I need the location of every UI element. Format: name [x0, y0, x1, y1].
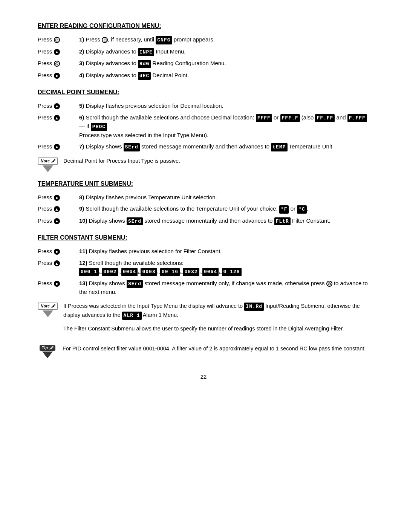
press-label-12: Press ▲	[38, 258, 79, 277]
step-1: 1) Press ⊙, if necessary, until CNFG pro…	[79, 35, 369, 45]
lcd-ffff2: FFF.F	[280, 114, 300, 122]
lcd-degf: °F	[279, 205, 289, 214]
press-label-5: Press ●	[38, 101, 79, 111]
tip-filter: Tip 🖊 For PID control select filter valu…	[38, 344, 369, 358]
lcd-dec: dEC	[138, 72, 151, 80]
note-text-decimal: Decimal Point for Process Input Type is …	[63, 157, 369, 165]
press-label-6: Press ▲	[38, 113, 79, 141]
note-text-filter-2: The Filter Constant Submenu allows the u…	[63, 324, 369, 333]
section-title-enter-reading: ENTER READING CONFIGURATION MENU:	[38, 23, 369, 29]
lcd-ffff: FFFF	[256, 114, 272, 122]
section-title-filter: FILTER CONSTANT SUBMENU:	[38, 234, 369, 241]
section-title-decimal-point: DECIMAL POINT SUBMENU:	[38, 89, 369, 96]
tip-triangle	[42, 352, 53, 358]
note-label-2: Note 🖊	[38, 303, 58, 310]
press-label-4: Press ●	[38, 70, 79, 81]
lcd-degc: °C	[297, 205, 307, 214]
lcd-serd-1: SErd	[124, 143, 140, 151]
lcd-filter-0002: 0002	[102, 268, 118, 276]
lcd-proc: PROC	[91, 123, 107, 131]
step-9: 9) Scroll though the available selection…	[79, 204, 369, 214]
step-8: 8) Display flashes previous Temperature …	[79, 193, 369, 203]
press-label-10: Press ●	[38, 216, 79, 226]
lcd-inrd: IN.Rd	[244, 303, 264, 311]
lcd-serd-2: SErd	[127, 217, 143, 226]
press-label-8: Press ●	[38, 193, 79, 203]
note-badge-1: Note 🖊	[38, 157, 58, 172]
tip-badge: Tip 🖊	[38, 345, 57, 358]
section-temperature-unit: TEMPERATURE UNIT SUBMENU: Press ● 8) Dis…	[38, 180, 369, 226]
step-5: 5) Display flashes previous selection fo…	[79, 101, 369, 111]
lcd-filter-0032: 0032	[183, 268, 199, 276]
lcd-cnfg: CNFG	[156, 36, 172, 44]
step-3: 3) Display advances to RdG Reading Confi…	[79, 58, 369, 69]
step-6: 6) Scroll though the available selection…	[79, 113, 369, 141]
step-4: 4) Display advances to dEC Decimal Point…	[79, 70, 369, 81]
press-label-11: Press ●	[38, 246, 79, 257]
press-grid-decimal: Press ● 5) Display flashes previous sele…	[38, 101, 369, 152]
note-badge-3: Note 🖊	[38, 325, 58, 340]
section-title-temperature: TEMPERATURE UNIT SUBMENU:	[38, 180, 369, 187]
lcd-filter-0008: 0008	[141, 268, 157, 276]
page-number: 22	[38, 373, 369, 380]
lcd-ffff4: F.FFF	[347, 114, 367, 122]
lcd-filter-0128: 0 128	[222, 268, 242, 276]
lcd-filter-0064: 0064	[202, 268, 219, 276]
lcd-filter-0016: 00 16	[160, 268, 180, 276]
section-enter-reading: ENTER READING CONFIGURATION MENU: Press …	[38, 23, 369, 81]
tip-label: Tip 🖊	[40, 345, 55, 351]
lcd-ffff3: FF.FF	[315, 114, 335, 122]
lcd-filter-0001: 000 1	[79, 268, 99, 276]
note-triangle-2	[43, 310, 53, 317]
lcd-rdg: RdG	[138, 60, 151, 68]
press-grid-temperature: Press ● 8) Display flashes previous Temp…	[38, 193, 369, 226]
step-12: 12) Scroll though the available selectio…	[79, 258, 369, 277]
step-11: 11) Display flashes previous selection f…	[79, 246, 369, 257]
press-grid-enter-reading: Press ⊙ 1) Press ⊙, if necessary, until …	[38, 35, 369, 81]
step-7: 7) Display shows SErd stored message mom…	[79, 142, 369, 152]
lcd-fltr: FLtR	[274, 217, 291, 226]
step-2: 2) Display advances to INPE Input Menu.	[79, 47, 369, 57]
press-grid-filter: Press ● 11) Display flashes previous sel…	[38, 246, 369, 297]
note-triangle-1	[43, 165, 53, 172]
lcd-inpe: INPE	[138, 48, 154, 57]
press-label-1: Press ⊙	[38, 35, 79, 45]
press-label-9: Press ▲	[38, 204, 79, 214]
note-filter-1: Note 🖊 If Process was selected in the In…	[38, 302, 369, 320]
note-badge-2: Note 🖊	[38, 303, 58, 317]
note-text-filter-1: If Process was selected in the Input Typ…	[63, 302, 369, 320]
press-label-2: Press ●	[38, 47, 79, 57]
lcd-temp: tEMP	[271, 143, 287, 151]
tip-text: For PID control select filter value 0001…	[63, 344, 369, 353]
press-label-7: Press ●	[38, 142, 79, 152]
step-10: 10) Display shows SErd stored message mo…	[79, 216, 369, 226]
note-label-1: Note 🖊	[38, 157, 58, 165]
lcd-serd-3: SErd	[127, 280, 143, 288]
press-label-13: Press ●	[38, 278, 79, 297]
section-decimal-point: DECIMAL POINT SUBMENU: Press ● 5) Displa…	[38, 89, 369, 172]
lcd-filter-0004: 0004	[121, 268, 138, 276]
lcd-alr1: ALR 1	[122, 312, 142, 320]
section-filter-constant: FILTER CONSTANT SUBMENU: Press ● 11) Dis…	[38, 234, 369, 358]
step-13: 13) Display shows SErd stored message mo…	[79, 278, 369, 297]
note-filter-2: Note 🖊 The Filter Constant Submenu allow…	[38, 324, 369, 340]
note-decimal: Note 🖊 Decimal Point for Process Input T…	[38, 157, 369, 172]
press-label-3: Press ⊙	[38, 58, 79, 69]
